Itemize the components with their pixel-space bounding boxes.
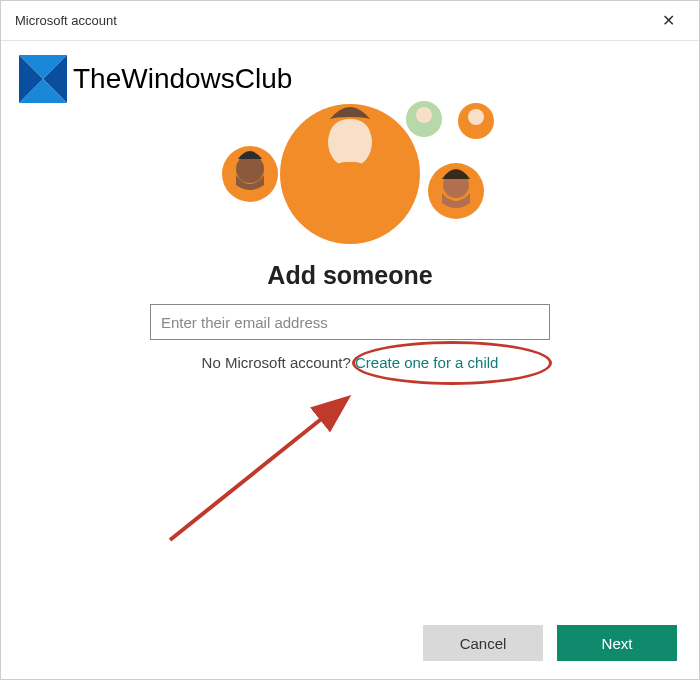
- annotation-arrow-icon: [165, 390, 375, 550]
- close-icon[interactable]: ✕: [652, 9, 685, 32]
- window-title: Microsoft account: [15, 13, 117, 28]
- next-button[interactable]: Next: [557, 625, 677, 661]
- dialog-footer: Cancel Next: [1, 607, 699, 679]
- form-area: No Microsoft account? Create one for a c…: [1, 304, 699, 371]
- titlebar: Microsoft account ✕: [1, 1, 699, 41]
- create-child-link[interactable]: Create one for a child: [355, 354, 498, 371]
- svg-point-11: [416, 107, 432, 123]
- svg-point-13: [468, 109, 484, 125]
- people-illustration: [1, 79, 699, 259]
- helper-row: No Microsoft account? Create one for a c…: [202, 354, 499, 371]
- page-heading: Add someone: [1, 261, 699, 290]
- cancel-button[interactable]: Cancel: [423, 625, 543, 661]
- dialog-window: Microsoft account ✕ TheWindowsClub: [0, 0, 700, 680]
- svg-rect-7: [372, 167, 400, 181]
- email-input[interactable]: [150, 304, 550, 340]
- helper-text: No Microsoft account?: [202, 354, 351, 371]
- svg-point-9: [236, 155, 264, 183]
- svg-line-17: [170, 400, 345, 540]
- svg-rect-6: [295, 167, 337, 181]
